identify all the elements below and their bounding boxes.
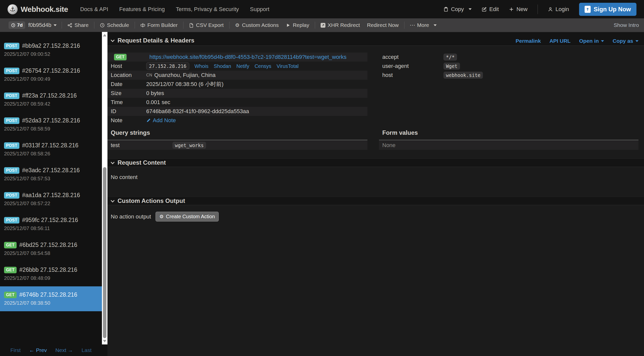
gear-icon: ⚙: [159, 214, 164, 219]
login-button[interactable]: Login: [548, 6, 569, 13]
brand[interactable]: ⚓ Webhook.site: [8, 4, 68, 14]
request-timestamp: 2025/12/07 08:58:59: [4, 126, 98, 132]
location-value: Quanzhou, Fujian, China: [154, 72, 215, 78]
api-url-link[interactable]: API URL: [549, 38, 571, 44]
nav-link[interactable]: Features & Pricing: [119, 6, 165, 13]
main-content: Request Details & Headers Permalink API …: [107, 32, 644, 356]
section-title-request-content: Request Content: [111, 159, 166, 166]
toolbar-action-label: XHR Redirect: [328, 22, 360, 28]
expiry-label: 7d: [17, 22, 23, 28]
request-list-item[interactable]: POST #bb9a2 27.152.28.216 2025/12/07 09:…: [0, 37, 102, 62]
scroll-down-arrow-icon[interactable]: [103, 340, 106, 342]
pagination-last[interactable]: Last: [82, 347, 92, 353]
section-request-details-header[interactable]: Request Details & Headers Permalink API …: [107, 32, 644, 46]
show-intro-link[interactable]: Show Intro: [614, 22, 639, 28]
host-lookup-link[interactable]: VirusTotal: [277, 63, 298, 69]
request-timestamp: 2025/12/07 09:00:52: [4, 51, 98, 57]
navbar-divider: [538, 5, 538, 14]
copy-menu[interactable]: Copy: [443, 6, 472, 13]
new-button[interactable]: New: [509, 6, 527, 13]
toolbar-action-button[interactable]: Schedule: [96, 22, 133, 28]
toolbar-action-label: CSV Export: [196, 22, 224, 28]
edit-button[interactable]: Edit: [482, 6, 499, 13]
form-values-section: Form values None: [379, 129, 638, 150]
request-list-item[interactable]: POST #aa1da 27.152.28.216 2025/12/07 08:…: [0, 187, 102, 212]
clock-icon: [11, 23, 15, 27]
request-timestamp: 2025/12/07 08:54:58: [4, 250, 98, 256]
header-value: */*: [443, 54, 457, 61]
location-row: Location CN Quanzhou, Fujian, China: [107, 71, 367, 80]
nav-link[interactable]: Docs & API: [80, 6, 108, 13]
add-note-link[interactable]: Add Note: [146, 117, 176, 124]
request-url-link[interactable]: https://webhook.site/f0b95d4b-d8f0-4553-…: [149, 54, 347, 60]
note-row: Note Add Note: [107, 116, 367, 125]
toolbar-action-button[interactable]: XHR Redirect: [317, 22, 363, 28]
request-list-item[interactable]: POST #959fc 27.152.28.216 2025/12/07 08:…: [0, 212, 102, 237]
header-name: user-agent: [382, 63, 443, 69]
section-request-content-header[interactable]: Request Content: [107, 158, 644, 167]
request-list-item[interactable]: POST #ff23a 27.152.28.216 2025/12/07 08:…: [0, 87, 102, 112]
request-list-item[interactable]: POST #52da3 27.152.28.216 2025/12/07 08:…: [0, 112, 102, 137]
nav-link[interactable]: Terms, Privacy & Security: [176, 6, 239, 13]
date-row: Date 2025/12/07 08:38:50 (6 小时前): [107, 80, 367, 89]
expiry-badge[interactable]: 7d: [9, 21, 25, 29]
request-list-item[interactable]: GET #6bd25 27.152.28.216 2025/12/07 08:5…: [0, 237, 102, 261]
section-custom-actions-header[interactable]: Custom Actions Output: [107, 197, 644, 205]
request-list-item[interactable]: POST #e3adc 27.152.28.216 2025/12/07 08:…: [0, 162, 102, 187]
host-lookup-link[interactable]: Netify: [236, 63, 249, 69]
scroll-up-arrow-icon[interactable]: [103, 34, 106, 36]
toolbar-action-button[interactable]: ⋯ More: [406, 22, 440, 28]
host-lookup-link[interactable]: Shodan: [214, 63, 231, 69]
open-in-dropdown[interactable]: Open in: [579, 38, 604, 44]
pagination-next[interactable]: Next →: [55, 347, 73, 353]
toolbar-action-button[interactable]: Replay: [282, 22, 313, 28]
clipboard-icon: [443, 7, 448, 12]
request-list-item[interactable]: GET #6746b 27.152.28.216 2025/12/07 08:3…: [0, 286, 102, 311]
toolbar-separator: [404, 22, 404, 29]
toolbar-action-label: Form Builder: [147, 22, 178, 28]
toolbar-action-button[interactable]: ⚙ Custom Actions: [232, 22, 282, 28]
request-list-item[interactable]: GET #26bbb 27.152.28.216 2025/12/07 08:4…: [0, 261, 102, 286]
token-dropdown[interactable]: f0b95d4b: [28, 22, 57, 28]
scrollbar-track[interactable]: [102, 32, 107, 344]
pagination-prev[interactable]: ← Prev: [29, 347, 47, 353]
nav-link[interactable]: Support: [250, 6, 269, 13]
method-badge: GET: [114, 54, 127, 60]
request-list-item[interactable]: POST #26754 27.152.28.216 2025/12/07 09:…: [0, 62, 102, 87]
request-title: #0313f 27.152.28.216: [22, 142, 79, 149]
scrollbar-thumb[interactable]: [103, 167, 106, 338]
method-badge: POST: [4, 93, 19, 99]
host-lookup-link[interactable]: Censys: [254, 63, 271, 69]
toolbar-action-button[interactable]: CSV Export: [185, 22, 227, 28]
person-icon: [548, 7, 553, 12]
section-title-request-details: Request Details & Headers: [111, 37, 194, 44]
request-title: #26754 27.152.28.216: [22, 67, 80, 74]
request-list-item[interactable]: POST #0313f 27.152.28.216 2025/12/07 08:…: [0, 137, 102, 162]
toolbar-action-label: Schedule: [107, 22, 129, 28]
location-label: Location: [111, 72, 146, 78]
toolbar-action-button[interactable]: Redirect Now: [363, 22, 402, 28]
brand-name: Webhook.site: [21, 5, 68, 14]
request-title: #aa1da 27.152.28.216: [22, 192, 80, 199]
copy-as-dropdown[interactable]: Copy as: [613, 38, 638, 44]
query-string-row: test wget_works: [107, 141, 367, 150]
permalink-link[interactable]: Permalink: [516, 38, 541, 44]
request-title: #52da3 27.152.28.216: [22, 117, 80, 124]
caret-down-icon: [601, 40, 604, 42]
action-toolbar: 7d f0b95d4b Share Schedule: [0, 18, 644, 32]
request-timestamp: 2025/12/07 08:57:22: [4, 201, 98, 206]
pagination-first[interactable]: First: [10, 347, 21, 353]
sign-up-now-button[interactable]: Sign Up Now: [579, 3, 636, 16]
host-lookup-link[interactable]: Whois: [195, 63, 209, 69]
pagination: First ← Prev Next → Last: [0, 344, 102, 356]
size-label: Size: [111, 90, 146, 97]
toolbar-action-button[interactable]: Form Builder: [137, 22, 181, 28]
note-label: Note: [111, 117, 146, 124]
toolbar-action-button[interactable]: Share: [64, 22, 92, 28]
query-strings-section: Query strings test wget_works: [107, 129, 367, 150]
toolbar-action-label: Custom Actions: [242, 22, 279, 28]
create-custom-action-button[interactable]: ⚙ Create Custom Action: [156, 212, 219, 221]
header-row: user-agent Wget: [379, 62, 638, 71]
chevron-down-icon: [111, 198, 115, 202]
query-key: test: [111, 142, 172, 149]
